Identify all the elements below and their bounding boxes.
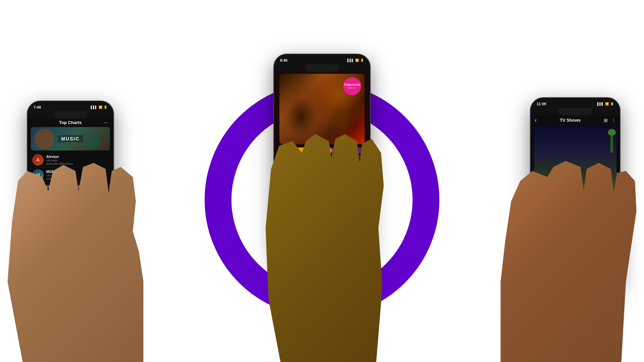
right-hand <box>493 161 644 362</box>
signal-icon: ▌▌▌ <box>347 59 354 62</box>
art-blob-right <box>328 104 355 137</box>
art-blob-left <box>286 97 316 137</box>
right-status-icons: ▌▌▌ 🛜 🔋 <box>597 102 614 106</box>
more-options-icon[interactable]: ··· <box>104 120 108 126</box>
music-banner[interactable]: MUSIC <box>31 127 110 150</box>
right-hand-area: 11:09 ▌▌▌ 🛜 🔋 ‹ TV Shows ⊞ <box>476 60 644 362</box>
users-list: builtospill, lattecowboy <box>46 162 109 165</box>
right-header-actions: ⊞ ⋮ <box>604 118 616 123</box>
right-notch <box>558 108 592 115</box>
center-hand <box>255 134 389 362</box>
music-section-label: MUSIC <box>58 135 83 142</box>
album-art-inner: TOBACCO music for... <box>279 74 365 144</box>
center-hand-area: 8:46 ▌▌▌ 🛜 🔋 <box>235 34 409 362</box>
right-header-title: TV Shows <box>537 118 604 123</box>
battery-icon: 🔋 <box>360 59 364 62</box>
signal-icon: ▌▌▌ <box>597 102 604 106</box>
palm-leaves <box>608 129 616 136</box>
center-status-icons: ▌▌▌ 🛜 🔋 <box>347 59 364 62</box>
center-time: 8:46 <box>280 58 287 62</box>
chart-item-info: Alvvays 189 plays builtospill, lattecowb… <box>46 155 109 165</box>
tobacco-badge: TOBACCO music for... <box>343 77 361 95</box>
list-item[interactable]: A Alvvays 189 plays builtospill, latteco… <box>30 153 111 168</box>
avatar: A <box>32 154 44 166</box>
center-notch <box>305 64 339 72</box>
grid-view-icon[interactable]: ⊞ <box>604 118 608 123</box>
badge-text: TOBACCO <box>344 83 361 87</box>
wifi-icon: 🛜 <box>605 102 609 106</box>
left-notch <box>54 111 87 119</box>
left-status-icons: ▌▌▌ 🛜 🔋 <box>91 106 107 109</box>
battery-icon: 🔋 <box>610 102 614 106</box>
banner-deco2 <box>87 135 100 149</box>
left-header-title: Top Charts <box>59 120 82 125</box>
right-time: 11:09 <box>537 102 546 106</box>
center-status-bar: 8:46 ▌▌▌ 🛜 🔋 <box>274 54 370 64</box>
artist-name: Alvvays <box>46 155 109 159</box>
banner-deco1 <box>34 129 54 149</box>
wifi-icon: 🛜 <box>355 59 359 62</box>
left-header: Top Charts ··· <box>28 119 113 127</box>
signal-icon: ▌▌▌ <box>91 106 97 109</box>
left-status-bar: 7:48 ▌▌▌ 🛜 🔋 <box>28 101 113 111</box>
wifi-icon: 🛜 <box>99 106 102 109</box>
right-header: ‹ TV Shows ⊞ ⋮ <box>531 115 620 126</box>
badge-subtext: music for... <box>347 87 357 89</box>
left-hand <box>0 161 151 362</box>
album-art: TOBACCO music for... <box>279 74 365 144</box>
more-options-icon[interactable]: ⋮ <box>611 118 616 123</box>
plays-count: 189 plays <box>46 159 109 162</box>
main-scene: 7:48 ▌▌▌ 🛜 🔋 Top Charts ··· <box>0 0 644 362</box>
left-time: 7:48 <box>34 105 41 109</box>
left-hand-area: 7:48 ▌▌▌ 🛜 🔋 Top Charts ··· <box>0 60 151 362</box>
battery-icon: 🔋 <box>104 106 107 109</box>
right-status-bar: 11:09 ▌▌▌ 🛜 🔋 <box>531 98 620 108</box>
